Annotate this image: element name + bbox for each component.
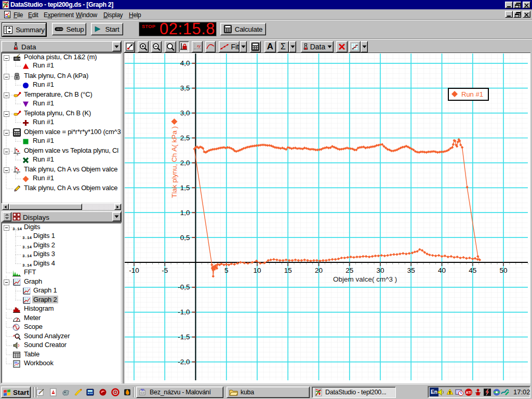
svg-text:-1,0: -1,0 <box>178 308 190 316</box>
svg-text:2,0: 2,0 <box>180 159 190 167</box>
svg-text:30: 30 <box>376 267 384 274</box>
svg-text:5: 5 <box>224 267 229 274</box>
svg-text:45: 45 <box>469 267 476 274</box>
svg-text:Run #1: Run #1 <box>461 90 483 98</box>
svg-text:35: 35 <box>407 267 415 274</box>
svg-text:-1,5: -1,5 <box>178 333 190 341</box>
svg-text:-5: -5 <box>162 267 168 274</box>
svg-text:-0,5: -0,5 <box>178 283 190 291</box>
svg-text:xy: xy <box>196 44 201 48</box>
svg-text:1,0: 1,0 <box>180 209 190 217</box>
svg-text:3.14: 3.14 <box>12 227 22 231</box>
svg-text:Objem valce( cm^3 ): Objem valce( cm^3 ) <box>333 275 397 283</box>
svg-text:4,0: 4,0 <box>180 59 190 67</box>
svg-text:3.14: 3.14 <box>22 245 32 249</box>
svg-text:50: 50 <box>499 267 507 274</box>
svg-text:40: 40 <box>438 267 446 274</box>
svg-text:1,5: 1,5 <box>180 184 190 192</box>
svg-text:Tlak plynu, Ch A( kPa ): Tlak plynu, Ch A( kPa ) <box>170 126 178 198</box>
svg-text:20: 20 <box>315 267 323 274</box>
svg-text:3.14: 3.14 <box>22 254 32 258</box>
svg-text:2,5: 2,5 <box>180 134 190 142</box>
svg-text:-10: -10 <box>129 267 139 274</box>
svg-text:0,5: 0,5 <box>180 234 190 242</box>
svg-text:3,5: 3,5 <box>180 84 190 92</box>
svg-text:ATI: ATI <box>466 391 472 394</box>
svg-text:3.14: 3.14 <box>22 236 32 240</box>
svg-text:15: 15 <box>284 267 292 274</box>
svg-text:3,0: 3,0 <box>180 109 190 117</box>
svg-text:10: 10 <box>253 267 261 274</box>
svg-text:-2,0: -2,0 <box>178 358 190 366</box>
svg-text:3.14: 3.14 <box>22 263 32 268</box>
svg-text:25: 25 <box>345 267 353 274</box>
